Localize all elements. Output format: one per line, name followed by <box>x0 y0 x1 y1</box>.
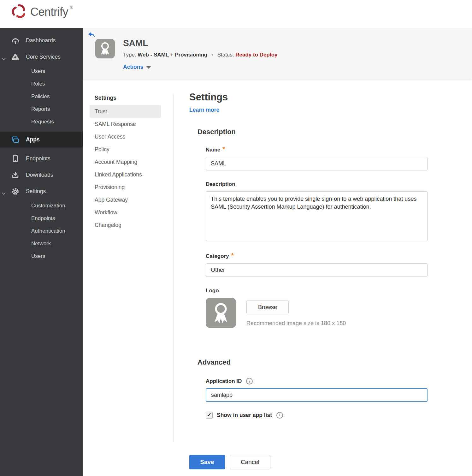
save-button[interactable]: Save <box>189 455 225 469</box>
subnav-item-changelog[interactable]: Changelog <box>90 219 161 231</box>
cancel-button[interactable]: Cancel <box>230 455 270 469</box>
subnav-item-saml-response[interactable]: SAML Response <box>90 118 161 130</box>
gear-icon <box>11 187 20 196</box>
download-icon <box>11 171 20 179</box>
sidebar-item-reports[interactable]: Reports <box>0 103 83 116</box>
subnav-item-app-gateway[interactable]: App Gateway <box>90 193 161 206</box>
category-label: Category * <box>206 253 435 259</box>
chevron-down-icon <box>146 66 151 69</box>
subnav-item-trust[interactable]: Trust <box>90 105 161 118</box>
description-label: Description <box>206 181 435 187</box>
actions-dropdown[interactable]: Actions <box>123 64 151 70</box>
centrify-swirl-icon <box>11 3 27 21</box>
subnav-heading: Settings <box>90 92 161 105</box>
top-brand-bar: Centrify ® <box>0 0 472 28</box>
subnav-item-policy[interactable]: Policy <box>90 143 161 156</box>
ribbon-award-icon <box>95 54 115 59</box>
vertical-divider <box>174 95 174 442</box>
app-title: SAML <box>123 38 148 48</box>
status-badge: Ready to Deploy <box>235 52 277 58</box>
description-section-heading: Description <box>198 128 435 136</box>
application-id-label: Application ID <box>206 378 435 384</box>
category-field[interactable] <box>206 263 428 277</box>
sidebar-item-apps[interactable]: Apps <box>0 132 83 147</box>
sidebar-item-settings-endpoints[interactable]: Endpoints <box>0 212 83 225</box>
ribbon-award-icon <box>206 324 236 329</box>
app-type-status-line: Type: Web - SAML + Provisioning • Status… <box>123 52 277 58</box>
sidebar-item-requests[interactable]: Requests <box>0 116 83 128</box>
gauge-icon <box>11 36 20 45</box>
show-in-user-app-list-label: Show in user app list <box>217 412 272 419</box>
sidebar-item-roles[interactable]: Roles <box>0 78 83 90</box>
separator-dot: • <box>211 52 213 58</box>
required-asterisk: * <box>231 252 234 259</box>
form-footer: Save Cancel <box>189 455 270 469</box>
show-in-user-app-list-checkbox[interactable] <box>206 412 213 419</box>
sidebar-item-settings-users[interactable]: Users <box>0 250 83 263</box>
logo-size-hint: Recommended image size is 180 x 180 <box>246 320 346 327</box>
back-arrow-icon[interactable] <box>88 32 96 40</box>
name-field[interactable] <box>206 157 428 170</box>
description-field[interactable]: This template enables you to provide sin… <box>206 191 428 241</box>
sidebar-item-settings[interactable]: Settings <box>0 183 83 199</box>
apps-icon <box>11 135 20 144</box>
cluster-icon <box>11 53 20 61</box>
chevron-down-icon <box>2 190 6 197</box>
required-asterisk: * <box>222 145 225 153</box>
brand-logo: Centrify ® <box>11 3 73 21</box>
app-header: SAML Type: Web - SAML + Provisioning • S… <box>83 28 472 79</box>
logo-preview-image <box>206 298 236 328</box>
browse-button[interactable]: Browse <box>246 300 289 314</box>
info-icon[interactable] <box>246 378 253 384</box>
subnav-item-linked-applications[interactable]: Linked Applications <box>90 168 161 181</box>
subnav-item-provisioning[interactable]: Provisioning <box>90 181 161 193</box>
sidebar-item-endpoints[interactable]: Endpoints <box>0 150 83 167</box>
settings-subnav: Settings Trust SAML Response User Access… <box>90 92 161 231</box>
subnav-item-workflow[interactable]: Workflow <box>90 206 161 219</box>
sidebar-item-downloads[interactable]: Downloads <box>0 167 83 183</box>
sidebar-item-authentication[interactable]: Authentication <box>0 225 83 237</box>
app-logo-badge <box>95 39 115 58</box>
info-icon[interactable] <box>276 412 283 419</box>
page-title: Settings <box>189 92 435 103</box>
registered-trademark: ® <box>70 5 73 10</box>
sidebar-item-network[interactable]: Network <box>0 237 83 250</box>
application-id-field[interactable] <box>206 388 428 402</box>
advanced-section-heading: Advanced <box>198 358 435 366</box>
learn-more-link[interactable]: Learn more <box>189 107 219 113</box>
name-label: Name * <box>206 147 435 153</box>
mobile-icon <box>11 154 20 163</box>
sidebar-item-customization[interactable]: Customization <box>0 199 83 212</box>
chevron-down-icon <box>2 56 6 62</box>
sidebar-item-policies[interactable]: Policies <box>0 90 83 103</box>
page: Centrify ® Dashboards Core Services User… <box>0 0 472 476</box>
subnav-item-user-access[interactable]: User Access <box>90 130 161 143</box>
sidebar-item-core-services[interactable]: Core Services <box>0 49 83 65</box>
sidebar-item-users[interactable]: Users <box>0 65 83 78</box>
sidebar-nav: Dashboards Core Services Users Roles Pol… <box>0 28 83 476</box>
logo-label: Logo <box>206 288 435 294</box>
sidebar-item-dashboards[interactable]: Dashboards <box>0 32 83 49</box>
app-type-value: Web - SAML + Provisioning <box>138 52 207 58</box>
main-content: Settings Learn more Description Name * D… <box>189 92 435 419</box>
brand-wordmark: Centrify <box>30 5 68 19</box>
subnav-item-account-mapping[interactable]: Account Mapping <box>90 156 161 168</box>
